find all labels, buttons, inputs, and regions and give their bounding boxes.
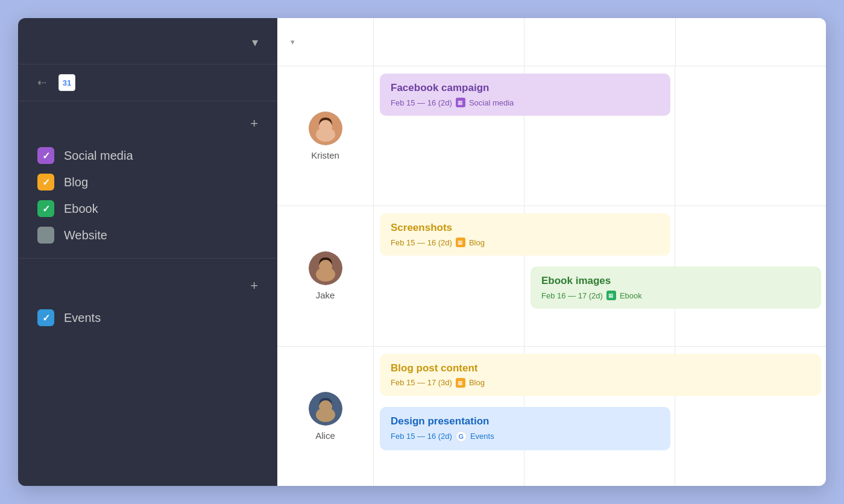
board-icon: ▦ — [456, 238, 465, 247]
event-card-design-presentation[interactable]: Design presentationFeb 15 — 16 (2d)GEven… — [380, 407, 670, 450]
event-date-range: Feb 15 — 16 (2d) — [391, 98, 452, 107]
event-title: Design presentation — [391, 415, 660, 427]
calendar-body: Kristen Jake Alice Facebook campaignFeb … — [277, 66, 826, 486]
sidebar-chevron-icon[interactable]: ▾ — [252, 35, 258, 49]
sidebar-item-ebook[interactable]: ✓Ebook — [37, 195, 258, 222]
event-title: Screenshots — [391, 222, 660, 234]
sidebar-item-website[interactable]: Website — [37, 222, 258, 248]
svg-point-2 — [316, 127, 335, 142]
sidebar-item-social-media[interactable]: ✓Social media — [37, 142, 258, 169]
svg-point-5 — [316, 267, 335, 282]
sidebar: ▾ ⇠ 31 + ✓Social media✓Blog✓EbookWebsite… — [18, 18, 277, 486]
member-name-kristen: Kristen — [311, 150, 339, 160]
grid-row-jake: ScreenshotsFeb 15 — 16 (2d)▦BlogEbook im… — [374, 206, 826, 346]
event-card-blog-post-content[interactable]: Blog post contentFeb 15 — 17 (3d)▦Blog — [380, 354, 821, 396]
calendar-label-events: Events — [64, 311, 101, 325]
boards-section: + ✓Social media✓Blog✓EbookWebsite — [18, 101, 277, 253]
board-checkbox-ebook[interactable]: ✓ — [37, 200, 54, 217]
svg-point-8 — [316, 408, 335, 422]
grid-row-kristen: Facebook campaignFeb 15 — 16 (2d)▦Social… — [374, 66, 826, 206]
event-board-label: Blog — [469, 238, 485, 247]
members-column: Kristen Jake Alice — [277, 66, 374, 486]
avatar-jake — [309, 251, 342, 285]
board-icon: ▦ — [456, 378, 465, 388]
avatar-kristen — [309, 112, 342, 145]
calendars-section: + ✓Events — [18, 263, 277, 336]
member-cell-jake: Jake — [277, 206, 373, 346]
board-label-blog: Blog — [64, 175, 88, 189]
sidebar-integrations[interactable]: ⇠ 31 — [18, 65, 277, 101]
event-meta: Feb 15 — 16 (2d)GEvents — [391, 431, 660, 442]
sidebar-item-calendar-events[interactable]: ✓Events — [37, 304, 258, 331]
boards-section-header: + — [37, 116, 258, 131]
board-checkbox-social-media[interactable]: ✓ — [37, 147, 54, 164]
member-cell-kristen: Kristen — [277, 66, 373, 206]
calendars-section-header: + — [37, 278, 258, 294]
members-header-cell: ▾ — [277, 18, 374, 66]
google-calendar-icon[interactable]: 31 — [58, 74, 75, 91]
add-calendar-button[interactable]: + — [250, 278, 258, 294]
event-title: Facebook campaign — [391, 82, 660, 94]
main-content: ▾ Kristen Jake Alice Facebook campaignFe… — [277, 18, 826, 486]
board-icon: ▦ — [456, 98, 465, 107]
member-name-alice: Alice — [315, 430, 335, 441]
app-container: ▾ ⇠ 31 + ✓Social media✓Blog✓EbookWebsite… — [18, 18, 826, 486]
grid-row-alice: Blog post contentFeb 15 — 17 (3d)▦BlogDe… — [374, 347, 826, 486]
member-cell-alice: Alice — [277, 347, 373, 486]
calendar-checkbox-events[interactable]: ✓ — [37, 309, 54, 326]
board-icon: ▦ — [606, 291, 616, 300]
event-date-range: Feb 15 — 17 (3d) — [391, 378, 452, 387]
calendars-list: ✓Events — [37, 304, 258, 331]
event-card-ebook-images[interactable]: Ebook imagesFeb 16 — 17 (2d)▦Ebook — [531, 266, 821, 309]
event-title: Ebook images — [541, 275, 810, 287]
event-meta: Feb 15 — 16 (2d)▦Social media — [391, 98, 660, 107]
event-card-facebook-campaign[interactable]: Facebook campaignFeb 15 — 16 (2d)▦Social… — [380, 74, 670, 116]
day-header-mon — [374, 18, 524, 66]
event-board-label: Social media — [469, 98, 514, 107]
event-meta: Feb 15 — 16 (2d)▦Blog — [391, 238, 660, 247]
calendar-header: ▾ — [277, 18, 826, 66]
board-checkbox-blog[interactable]: ✓ — [37, 174, 54, 191]
event-board-label: Ebook — [620, 291, 642, 300]
event-date-range: Feb 15 — 16 (2d) — [391, 238, 452, 247]
event-board-label: Events — [470, 432, 494, 441]
boards-list: ✓Social media✓Blog✓EbookWebsite — [37, 142, 258, 248]
sidebar-item-blog[interactable]: ✓Blog — [37, 169, 258, 195]
members-filter[interactable]: ▾ — [287, 37, 295, 46]
section-divider — [18, 258, 277, 259]
event-board-label: Blog — [469, 378, 485, 387]
member-name-jake: Jake — [316, 290, 335, 300]
avatar-alice — [309, 392, 342, 426]
event-meta: Feb 15 — 17 (3d)▦Blog — [391, 378, 810, 388]
add-board-button[interactable]: + — [250, 116, 258, 131]
board-checkbox-website[interactable] — [37, 227, 54, 244]
event-meta: Feb 16 — 17 (2d)▦Ebook — [541, 291, 810, 300]
sidebar-header: ▾ — [18, 18, 277, 65]
integrations-icon: ⇠ — [37, 76, 46, 89]
cal-cell-0-2 — [675, 66, 826, 206]
board-label-social-media: Social media — [64, 149, 133, 163]
event-card-screenshots[interactable]: ScreenshotsFeb 15 — 16 (2d)▦Blog — [380, 213, 670, 256]
board-label-website: Website — [64, 228, 107, 242]
event-date-range: Feb 16 — 17 (2d) — [541, 291, 603, 300]
event-title: Blog post content — [391, 362, 810, 374]
day-header-wed — [676, 18, 826, 66]
board-label-ebook: Ebook — [64, 202, 98, 216]
members-chevron-icon: ▾ — [291, 37, 295, 46]
day-header-tue — [524, 18, 675, 66]
event-date-range: Feb 15 — 16 (2d) — [391, 432, 452, 441]
calendar-grid: Facebook campaignFeb 15 — 16 (2d)▦Social… — [374, 66, 826, 486]
